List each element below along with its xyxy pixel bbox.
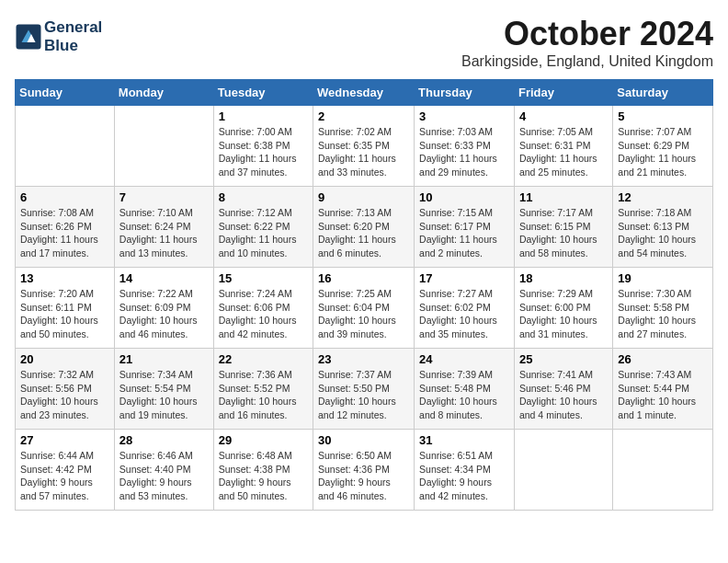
calendar-cell: 1 Sunrise: 7:00 AMSunset: 6:38 PMDayligh… <box>213 106 313 187</box>
day-info: Sunrise: 7:12 AMSunset: 6:22 PMDaylight:… <box>219 206 308 260</box>
logo-text: General Blue <box>44 18 102 55</box>
calendar-cell: 28 Sunrise: 6:46 AMSunset: 4:40 PMDaylig… <box>114 430 213 511</box>
day-number: 7 <box>119 190 209 204</box>
calendar-cell <box>514 430 612 511</box>
day-info: Sunrise: 6:46 AMSunset: 4:40 PMDaylight:… <box>119 449 209 503</box>
day-number: 27 <box>20 433 109 447</box>
day-info: Sunrise: 7:36 AMSunset: 5:52 PMDaylight:… <box>219 368 308 422</box>
day-info: Sunrise: 7:03 AMSunset: 6:33 PMDaylight:… <box>419 125 509 179</box>
day-info: Sunrise: 7:22 AMSunset: 6:09 PMDaylight:… <box>119 287 209 341</box>
calendar-cell: 19 Sunrise: 7:30 AMSunset: 5:58 PMDaylig… <box>613 268 713 349</box>
day-info: Sunrise: 7:32 AMSunset: 5:56 PMDaylight:… <box>20 368 109 422</box>
month-title: October 2024 <box>461 15 713 53</box>
day-info: Sunrise: 6:50 AMSunset: 4:36 PMDaylight:… <box>318 449 409 503</box>
logo: General Blue <box>15 18 102 55</box>
day-number: 21 <box>119 352 209 366</box>
calendar-cell: 20 Sunrise: 7:32 AMSunset: 5:56 PMDaylig… <box>16 349 115 430</box>
calendar-cell: 6 Sunrise: 7:08 AMSunset: 6:26 PMDayligh… <box>16 187 115 268</box>
day-number: 29 <box>219 433 308 447</box>
calendar-cell: 7 Sunrise: 7:10 AMSunset: 6:24 PMDayligh… <box>114 187 213 268</box>
day-info: Sunrise: 7:25 AMSunset: 6:04 PMDaylight:… <box>318 287 409 341</box>
day-header-wednesday: Wednesday <box>313 80 415 106</box>
calendar-week-row: 27 Sunrise: 6:44 AMSunset: 4:42 PMDaylig… <box>16 430 713 511</box>
day-number: 10 <box>419 190 509 204</box>
day-number: 26 <box>618 352 708 366</box>
day-info: Sunrise: 7:39 AMSunset: 5:48 PMDaylight:… <box>419 368 509 422</box>
calendar-cell: 21 Sunrise: 7:34 AMSunset: 5:54 PMDaylig… <box>114 349 213 430</box>
day-header-friday: Friday <box>514 80 612 106</box>
day-number: 24 <box>419 352 509 366</box>
calendar-week-row: 20 Sunrise: 7:32 AMSunset: 5:56 PMDaylig… <box>16 349 713 430</box>
day-info: Sunrise: 7:13 AMSunset: 6:20 PMDaylight:… <box>318 206 409 260</box>
day-number: 17 <box>419 271 509 285</box>
day-number: 5 <box>618 109 708 123</box>
day-header-monday: Monday <box>114 80 213 106</box>
day-number: 12 <box>618 190 708 204</box>
calendar-body: 1 Sunrise: 7:00 AMSunset: 6:38 PMDayligh… <box>16 106 713 511</box>
day-info: Sunrise: 7:05 AMSunset: 6:31 PMDaylight:… <box>519 125 608 179</box>
day-info: Sunrise: 7:07 AMSunset: 6:29 PMDaylight:… <box>618 125 708 179</box>
day-info: Sunrise: 7:24 AMSunset: 6:06 PMDaylight:… <box>219 287 308 341</box>
day-info: Sunrise: 7:30 AMSunset: 5:58 PMDaylight:… <box>618 287 708 341</box>
calendar-cell <box>16 106 115 187</box>
day-number: 15 <box>219 271 308 285</box>
day-info: Sunrise: 7:27 AMSunset: 6:02 PMDaylight:… <box>419 287 509 341</box>
location: Barkingside, England, United Kingdom <box>461 53 713 70</box>
calendar-cell: 2 Sunrise: 7:02 AMSunset: 6:35 PMDayligh… <box>313 106 415 187</box>
day-info: Sunrise: 7:08 AMSunset: 6:26 PMDaylight:… <box>20 206 109 260</box>
calendar-cell: 15 Sunrise: 7:24 AMSunset: 6:06 PMDaylig… <box>213 268 313 349</box>
calendar-cell: 16 Sunrise: 7:25 AMSunset: 6:04 PMDaylig… <box>313 268 415 349</box>
calendar-cell <box>613 430 713 511</box>
day-number: 1 <box>219 109 308 123</box>
calendar-cell: 26 Sunrise: 7:43 AMSunset: 5:44 PMDaylig… <box>613 349 713 430</box>
page-header: General Blue October 2024 Barkingside, E… <box>15 15 713 70</box>
day-number: 14 <box>119 271 209 285</box>
title-area: October 2024 Barkingside, England, Unite… <box>461 15 713 70</box>
day-header-sunday: Sunday <box>16 80 115 106</box>
calendar-week-row: 6 Sunrise: 7:08 AMSunset: 6:26 PMDayligh… <box>16 187 713 268</box>
day-number: 11 <box>519 190 608 204</box>
day-number: 6 <box>20 190 109 204</box>
calendar-week-row: 1 Sunrise: 7:00 AMSunset: 6:38 PMDayligh… <box>16 106 713 187</box>
calendar-cell: 12 Sunrise: 7:18 AMSunset: 6:13 PMDaylig… <box>613 187 713 268</box>
calendar-table: SundayMondayTuesdayWednesdayThursdayFrid… <box>15 79 713 511</box>
day-number: 30 <box>318 433 409 447</box>
calendar-cell: 29 Sunrise: 6:48 AMSunset: 4:38 PMDaylig… <box>213 430 313 511</box>
day-number: 23 <box>318 352 409 366</box>
calendar-cell: 31 Sunrise: 6:51 AMSunset: 4:34 PMDaylig… <box>415 430 515 511</box>
day-number: 22 <box>219 352 308 366</box>
calendar-cell: 5 Sunrise: 7:07 AMSunset: 6:29 PMDayligh… <box>613 106 713 187</box>
day-info: Sunrise: 7:43 AMSunset: 5:44 PMDaylight:… <box>618 368 708 422</box>
calendar-cell: 25 Sunrise: 7:41 AMSunset: 5:46 PMDaylig… <box>514 349 612 430</box>
calendar-week-row: 13 Sunrise: 7:20 AMSunset: 6:11 PMDaylig… <box>16 268 713 349</box>
calendar-header-row: SundayMondayTuesdayWednesdayThursdayFrid… <box>16 80 713 106</box>
day-info: Sunrise: 7:18 AMSunset: 6:13 PMDaylight:… <box>618 206 708 260</box>
calendar-cell: 17 Sunrise: 7:27 AMSunset: 6:02 PMDaylig… <box>415 268 515 349</box>
calendar-cell: 8 Sunrise: 7:12 AMSunset: 6:22 PMDayligh… <box>213 187 313 268</box>
day-info: Sunrise: 7:34 AMSunset: 5:54 PMDaylight:… <box>119 368 209 422</box>
calendar-cell: 23 Sunrise: 7:37 AMSunset: 5:50 PMDaylig… <box>313 349 415 430</box>
day-info: Sunrise: 7:17 AMSunset: 6:15 PMDaylight:… <box>519 206 608 260</box>
calendar-cell: 4 Sunrise: 7:05 AMSunset: 6:31 PMDayligh… <box>514 106 612 187</box>
day-header-saturday: Saturday <box>613 80 713 106</box>
day-number: 25 <box>519 352 608 366</box>
day-number: 31 <box>419 433 509 447</box>
day-info: Sunrise: 7:10 AMSunset: 6:24 PMDaylight:… <box>119 206 209 260</box>
day-number: 8 <box>219 190 308 204</box>
day-number: 20 <box>20 352 109 366</box>
day-header-tuesday: Tuesday <box>213 80 313 106</box>
calendar-cell: 24 Sunrise: 7:39 AMSunset: 5:48 PMDaylig… <box>415 349 515 430</box>
calendar-cell: 30 Sunrise: 6:50 AMSunset: 4:36 PMDaylig… <box>313 430 415 511</box>
day-header-thursday: Thursday <box>415 80 515 106</box>
day-number: 28 <box>119 433 209 447</box>
calendar-cell: 18 Sunrise: 7:29 AMSunset: 6:00 PMDaylig… <box>514 268 612 349</box>
day-number: 2 <box>318 109 409 123</box>
day-number: 9 <box>318 190 409 204</box>
calendar-cell: 9 Sunrise: 7:13 AMSunset: 6:20 PMDayligh… <box>313 187 415 268</box>
day-info: Sunrise: 7:37 AMSunset: 5:50 PMDaylight:… <box>318 368 409 422</box>
day-number: 19 <box>618 271 708 285</box>
day-info: Sunrise: 7:41 AMSunset: 5:46 PMDaylight:… <box>519 368 608 422</box>
calendar-cell: 3 Sunrise: 7:03 AMSunset: 6:33 PMDayligh… <box>415 106 515 187</box>
day-number: 16 <box>318 271 409 285</box>
day-info: Sunrise: 7:20 AMSunset: 6:11 PMDaylight:… <box>20 287 109 341</box>
